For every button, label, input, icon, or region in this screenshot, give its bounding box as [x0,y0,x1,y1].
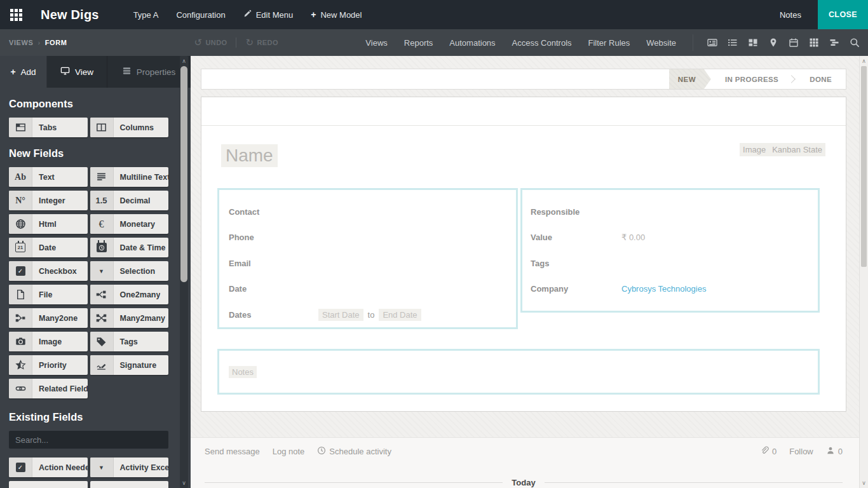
attachments-button[interactable]: 0 [760,446,776,457]
field-row-value[interactable]: Value ₹ 0.00 [522,225,818,251]
redo-icon: ↻ [245,37,254,48]
menu-configuration[interactable]: Configuration [176,10,225,20]
many2one-icon [9,308,32,328]
status-stage-new[interactable]: NEW [669,69,711,89]
tab-access-controls[interactable]: Access Controls [512,38,572,48]
integer-field-icon: N° [9,191,32,210]
field-button-signature[interactable]: Signature [90,355,169,375]
sidebar-tab-add[interactable]: + Add [0,56,47,88]
search-icon[interactable] [850,37,860,48]
field-button-image[interactable]: Image [9,332,88,351]
field-row-date[interactable]: Date [219,276,516,302]
text-field-icon: Ab [9,167,32,187]
field-row-phone[interactable]: Phone [219,225,516,251]
app-title[interactable]: New Digs [41,8,99,22]
field-button-checkbox[interactable]: ✓ Checkbox [9,261,88,281]
calendar-view-icon[interactable] [789,37,799,48]
field-button-file[interactable]: File [9,285,88,304]
field-button-monetary[interactable]: € Monetary [90,214,169,234]
close-studio-button[interactable]: CLOSE [818,0,868,29]
kanban-state-placeholder[interactable]: Kanban State [769,143,825,156]
form-view-icon[interactable] [707,37,718,48]
field-row-contact[interactable]: Contact [219,199,516,225]
field-row-company[interactable]: Company Cybrosys Technologies [522,276,818,302]
component-button-tabs[interactable]: Tabs [9,118,88,137]
log-note-button[interactable]: Log note [273,447,305,456]
field-button-related-field[interactable]: Related Field [9,379,88,398]
notes-field-group[interactable]: Notes [217,349,820,395]
field-button-datetime[interactable]: Date & Time [90,238,169,257]
field-button-many2many[interactable]: Many2many [90,308,169,328]
gantt-view-icon[interactable] [829,37,840,48]
field-button-priority[interactable]: Priority [9,355,88,375]
menu-type-a[interactable]: Type A [133,10,159,20]
field-row-email[interactable]: Email [219,250,516,276]
field-row-tags[interactable]: Tags [522,250,818,276]
tab-reports[interactable]: Reports [404,38,433,48]
tab-automations[interactable]: Automations [449,38,495,48]
field-button-partial[interactable] [90,481,169,488]
field-button-decimal[interactable]: 1.5 Decimal [90,191,169,210]
tab-website[interactable]: Website [646,38,676,48]
scrollbar-thumb[interactable] [180,66,187,282]
scroll-down-icon[interactable]: ∨ [180,479,188,487]
status-stage-in-progress[interactable]: IN PROGRESS [711,69,792,89]
sidebar-tab-view[interactable]: View [47,56,107,88]
field-button-integer[interactable]: N° Integer [9,191,88,210]
scroll-up-icon[interactable]: ∧ [860,57,868,65]
kanban-view-icon[interactable] [748,37,759,48]
field-button-text[interactable]: Ab Text [9,167,88,187]
followers-button[interactable]: 0 [826,446,843,457]
sidebar-tab-properties[interactable]: Properties [107,56,191,88]
image-field-placeholder[interactable]: Image [740,143,769,156]
field-button-multiline-text[interactable]: Multiline Text [90,167,169,187]
scroll-up-icon[interactable]: ∧ [180,57,188,65]
undo-button[interactable]: ↺ UNDO [194,37,227,48]
decimal-field-icon: 1.5 [90,191,114,210]
new-fields-section-title: New Fields [9,147,168,159]
sidebar-scrollbar[interactable]: ∧ ∨ [180,56,188,488]
start-date-placeholder[interactable]: Start Date [318,309,363,321]
field-button-activity-exception[interactable]: ▼ Activity Exce... [90,458,169,477]
existing-fields-search-input[interactable] [9,431,168,449]
scroll-down-icon[interactable]: ∨ [860,479,868,487]
name-field-placeholder[interactable]: Name [221,144,278,167]
field-button-partial[interactable] [9,481,88,488]
page-scrollbar[interactable]: ∧ ∨ [859,56,868,488]
field-button-many2one[interactable]: Many2one [9,308,88,328]
field-row-dates[interactable]: Dates Start Date to End Date [219,302,516,328]
apps-grid-icon[interactable] [0,0,32,29]
list-view-icon[interactable] [728,37,738,48]
notes-link[interactable]: Notes [780,10,801,20]
field-button-selection[interactable]: ▼ Selection [90,261,169,281]
company-link[interactable]: Cybrosys Technologies [621,284,706,294]
edit-menu-button[interactable]: Edit Menu [243,10,294,20]
send-message-button[interactable]: Send message [205,447,260,456]
field-button-action-needed[interactable]: ✓ Action Needed [9,458,88,477]
redo-button[interactable]: ↻ REDO [245,37,278,48]
map-view-icon[interactable] [768,37,779,48]
field-row-responsible[interactable]: Responsible [522,199,818,225]
star-half-icon [9,355,32,375]
component-button-columns[interactable]: Columns [90,118,169,137]
follow-button[interactable]: Follow [789,447,813,456]
status-stage-done[interactable]: DONE [796,69,846,89]
pivot-view-icon[interactable] [809,37,820,48]
new-model-button[interactable]: + New Model [311,10,362,20]
breadcrumb-views[interactable]: VIEWS [9,39,33,46]
calendar-clock-icon [90,238,114,257]
calendar-date-icon: 21 [9,238,32,257]
tab-filter-rules[interactable]: Filter Rules [588,38,630,48]
field-button-tags[interactable]: Tags [90,332,169,351]
breadcrumb-form: FORM [45,39,67,46]
field-button-date[interactable]: 21 Date [9,238,88,257]
notes-placeholder[interactable]: Notes [229,366,257,378]
studio-sidebar: + Add View Properties Components Tabs [0,56,191,488]
schedule-activity-button[interactable]: Schedule activity [317,446,391,457]
field-button-html[interactable]: Html [9,214,88,234]
tab-views[interactable]: Views [365,38,387,48]
field-button-one2many[interactable]: One2many [90,285,169,304]
end-date-placeholder[interactable]: End Date [379,309,421,321]
clock-icon [317,446,326,457]
scrollbar-thumb[interactable] [861,66,867,267]
